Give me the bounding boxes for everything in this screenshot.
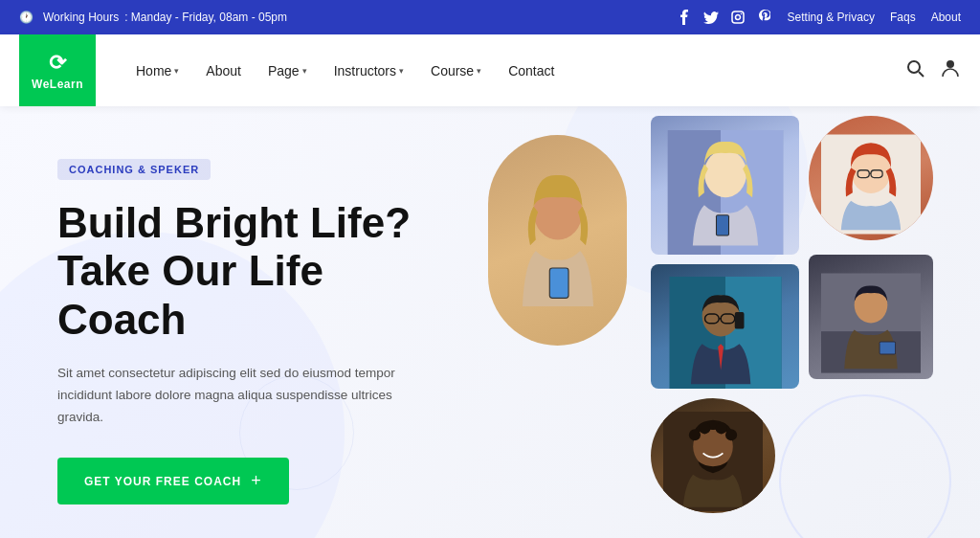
- hero-image-center-woman: [488, 135, 627, 346]
- person-image: [651, 264, 799, 389]
- svg-point-2: [740, 13, 742, 15]
- working-hours-label: Working Hours: [43, 11, 119, 24]
- navbar: ⟳ WeLearn Home ▾ About Page ▾ Instructor…: [0, 34, 980, 106]
- twitter-icon[interactable]: [703, 10, 719, 25]
- hero-title-line2: Take Our Life: [57, 247, 323, 294]
- hero-image-bottom-man: [651, 398, 775, 513]
- person-image: [809, 255, 933, 379]
- person-image: [488, 135, 627, 346]
- chevron-down-icon: ▾: [477, 66, 481, 76]
- logo[interactable]: ⟳ WeLearn: [19, 34, 96, 106]
- logo-text: WeLearn: [32, 78, 83, 91]
- nav-item-contact[interactable]: Contact: [497, 56, 566, 86]
- hero-description: Sit amet consectetur adipiscing elit sed…: [57, 363, 421, 429]
- hero-image-bottom-right-man: [809, 255, 933, 379]
- svg-rect-8: [549, 269, 568, 298]
- cta-label: GET YOUR FREE COACH: [84, 475, 241, 488]
- hero-title: Build Bright Life? Take Our Life Coach: [57, 199, 440, 345]
- about-link[interactable]: About: [931, 11, 961, 24]
- hero-images: [479, 106, 980, 538]
- settings-privacy-link[interactable]: Setting & Privacy: [788, 11, 875, 24]
- top-bar: 🕐 Working Hours : Manday - Friday, 08am …: [0, 0, 980, 34]
- nav-links: Home ▾ About Page ▾ Instructors ▾ Course…: [124, 56, 905, 86]
- svg-point-24: [689, 429, 701, 440]
- hero-section: COACHING & SPEKER Build Bright Life? Tak…: [0, 106, 980, 538]
- nav-actions: [905, 57, 961, 83]
- svg-point-26: [699, 422, 710, 434]
- working-hours-value: : Manday - Friday, 08am - 05pm: [124, 11, 287, 24]
- person-image: [651, 398, 775, 513]
- hero-title-line3: Coach: [57, 296, 186, 343]
- nav-home-label: Home: [136, 63, 171, 78]
- cta-button[interactable]: GET YOUR FREE COACH +: [57, 458, 289, 504]
- clock-icon: 🕐: [19, 11, 33, 24]
- search-button[interactable]: [905, 58, 924, 82]
- user-account-button[interactable]: [940, 57, 961, 83]
- hero-image-top-right-woman: [809, 116, 933, 240]
- chevron-down-icon: ▾: [399, 66, 404, 76]
- person-image: [651, 116, 799, 255]
- svg-rect-0: [732, 11, 744, 23]
- hero-badge: COACHING & SPEKER: [57, 159, 211, 180]
- svg-point-25: [725, 429, 737, 440]
- nav-contact-label: Contact: [508, 63, 554, 78]
- hero-image-top-woman: [651, 116, 799, 255]
- nav-item-course[interactable]: Course ▾: [419, 56, 493, 86]
- nav-item-instructors[interactable]: Instructors ▾: [323, 56, 415, 86]
- faqs-link[interactable]: Faqs: [890, 11, 916, 24]
- svg-point-3: [908, 61, 920, 73]
- nav-item-about[interactable]: About: [194, 56, 253, 86]
- svg-rect-21: [734, 312, 744, 329]
- nav-about-label: About: [206, 63, 241, 78]
- pinterest-icon[interactable]: [757, 10, 772, 25]
- facebook-icon[interactable]: [677, 10, 692, 25]
- instagram-icon[interactable]: [730, 10, 746, 25]
- hero-title-line1: Build Bright Life?: [57, 199, 411, 246]
- svg-rect-37: [880, 342, 896, 353]
- logo-icon: ⟳: [49, 51, 67, 76]
- nav-course-label: Course: [431, 63, 474, 78]
- nav-item-page[interactable]: Page ▾: [256, 56, 319, 86]
- hero-image-mid-man: [651, 264, 799, 389]
- svg-rect-14: [716, 215, 727, 235]
- chevron-down-icon: ▾: [302, 66, 307, 76]
- svg-point-27: [716, 422, 727, 434]
- chevron-down-icon: ▾: [174, 66, 179, 76]
- working-hours: 🕐 Working Hours : Manday - Friday, 08am …: [19, 11, 287, 24]
- social-icons: [677, 10, 772, 25]
- person-image: [809, 116, 933, 240]
- nav-instructors-label: Instructors: [334, 63, 396, 78]
- svg-line-4: [919, 72, 924, 77]
- svg-point-1: [735, 15, 740, 20]
- svg-point-5: [947, 60, 954, 68]
- nav-item-home[interactable]: Home ▾: [124, 56, 190, 86]
- nav-page-label: Page: [268, 63, 300, 78]
- hero-left: COACHING & SPEKER Build Bright Life? Tak…: [0, 106, 479, 538]
- svg-point-12: [703, 149, 746, 197]
- top-bar-right: Setting & Privacy Faqs About: [677, 10, 961, 25]
- plus-icon: +: [251, 471, 262, 491]
